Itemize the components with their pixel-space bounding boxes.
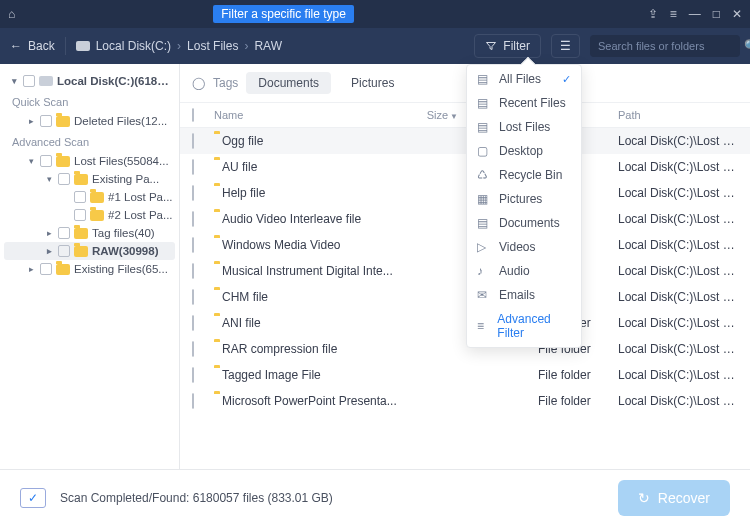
file-row[interactable]: Audio Video Interleave fileolderLocal Di… bbox=[180, 206, 750, 232]
filter-option[interactable]: ♪Audio bbox=[467, 259, 581, 283]
close-icon[interactable]: ✕ bbox=[732, 7, 742, 21]
expander-icon[interactable]: ▾ bbox=[26, 156, 36, 166]
file-row[interactable]: CHM fileolderLocal Disk(C:)\Lost F... bbox=[180, 284, 750, 310]
filter-option[interactable]: ✉Emails bbox=[467, 283, 581, 307]
file-row[interactable]: Windows Media VideoolderLocal Disk(C:)\L… bbox=[180, 232, 750, 258]
recover-button[interactable]: ↻ Recover bbox=[618, 480, 730, 516]
breadcrumb[interactable]: Local Disk(C:) › Lost Files › RAW bbox=[76, 39, 465, 53]
filter-option[interactable]: ▷Videos bbox=[467, 235, 581, 259]
option-icon: ▤ bbox=[477, 120, 491, 134]
recover-icon: ↻ bbox=[638, 490, 650, 506]
filter-option[interactable]: ▦Pictures bbox=[467, 187, 581, 211]
checkbox[interactable] bbox=[192, 367, 194, 383]
filter-icon bbox=[485, 40, 497, 52]
breadcrumb-item[interactable]: Lost Files bbox=[187, 39, 238, 53]
folder-icon bbox=[74, 246, 88, 257]
checkbox[interactable] bbox=[58, 245, 70, 257]
checkbox[interactable] bbox=[58, 173, 70, 185]
chevron-right-icon: › bbox=[244, 39, 248, 53]
filter-option[interactable]: ▤Lost Files bbox=[467, 115, 581, 139]
expander-icon[interactable]: ▾ bbox=[44, 174, 54, 184]
menu-icon[interactable]: ≡ bbox=[670, 7, 677, 21]
checkbox[interactable] bbox=[58, 227, 70, 239]
minimize-icon[interactable]: — bbox=[689, 7, 701, 21]
option-icon: ▢ bbox=[477, 144, 491, 158]
checkbox[interactable] bbox=[40, 155, 52, 167]
home-icon[interactable]: ⌂ bbox=[8, 7, 15, 21]
tab-documents[interactable]: Documents bbox=[246, 72, 331, 94]
checkbox[interactable] bbox=[192, 185, 194, 201]
expander-icon[interactable]: ▸ bbox=[26, 116, 36, 126]
file-row[interactable]: Musical Instrument Digital Inte...olderL… bbox=[180, 258, 750, 284]
checkbox[interactable] bbox=[23, 75, 35, 87]
col-path[interactable]: Path bbox=[618, 109, 738, 121]
checkbox-all[interactable] bbox=[192, 108, 194, 122]
checkbox[interactable] bbox=[74, 209, 86, 221]
tree-item[interactable]: ▸RAW(30998) bbox=[4, 242, 175, 260]
titlebar: ⌂ Filter a specific file type ⇪ ≡ — □ ✕ bbox=[0, 0, 750, 28]
checkbox[interactable] bbox=[40, 263, 52, 275]
tree-item[interactable]: #2 Lost Pa... bbox=[4, 206, 175, 224]
expander-icon[interactable]: ▸ bbox=[44, 246, 54, 256]
section-advanced-scan: Advanced Scan bbox=[4, 130, 175, 152]
filter-option[interactable]: ▤All Files✓ bbox=[467, 67, 581, 91]
share-icon[interactable]: ⇪ bbox=[648, 7, 658, 21]
checkbox[interactable] bbox=[192, 393, 194, 409]
checkbox[interactable] bbox=[74, 191, 86, 203]
tree-label: Deleted Files(12... bbox=[74, 115, 167, 127]
breadcrumb-item[interactable]: Local Disk(C:) bbox=[96, 39, 171, 53]
filter-option[interactable]: ▤Documents bbox=[467, 211, 581, 235]
maximize-icon[interactable]: □ bbox=[713, 7, 720, 21]
option-icon: ♪ bbox=[477, 264, 491, 278]
checkbox[interactable] bbox=[192, 237, 194, 253]
file-name: AU file bbox=[214, 160, 408, 174]
separator bbox=[65, 37, 66, 55]
col-size[interactable]: Size bbox=[427, 109, 448, 121]
tree-item[interactable]: ▾Lost Files(55084... bbox=[4, 152, 175, 170]
tree-root[interactable]: ▾ Local Disk(C:)(6180057) bbox=[4, 72, 175, 90]
file-row[interactable]: Microsoft PowerPoint Presenta...File fol… bbox=[180, 388, 750, 414]
checkbox[interactable] bbox=[192, 315, 194, 331]
tab-pictures[interactable]: Pictures bbox=[339, 72, 406, 94]
back-button[interactable]: ← Back bbox=[10, 39, 55, 53]
filter-option[interactable]: ≡Advanced Filter bbox=[467, 307, 581, 345]
filter-button[interactable]: Filter bbox=[474, 34, 541, 58]
filter-option[interactable]: ♺Recycle Bin bbox=[467, 163, 581, 187]
tree-item[interactable]: ▸Deleted Files(12... bbox=[4, 112, 175, 130]
search-box[interactable]: 🔍 bbox=[590, 35, 740, 57]
tree-item[interactable]: ▾Existing Pa... bbox=[4, 170, 175, 188]
file-row[interactable]: RAR compression fileFile folderLocal Dis… bbox=[180, 336, 750, 362]
checkbox[interactable] bbox=[40, 115, 52, 127]
file-row[interactable]: Ogg fileolderLocal Disk(C:)\Lost F... bbox=[180, 128, 750, 154]
checkbox[interactable] bbox=[192, 263, 194, 279]
tree-item[interactable]: ▸Tag files(40) bbox=[4, 224, 175, 242]
file-name: Windows Media Video bbox=[214, 238, 408, 252]
checkbox[interactable] bbox=[192, 159, 194, 175]
expander-icon[interactable]: ▸ bbox=[44, 228, 54, 238]
file-path: Local Disk(C:)\Lost F... bbox=[618, 160, 738, 174]
tree-item[interactable]: ▸Existing Files(65... bbox=[4, 260, 175, 278]
tree-label: Local Disk(C:)(6180057) bbox=[57, 75, 173, 87]
breadcrumb-item[interactable]: RAW bbox=[254, 39, 282, 53]
checkbox[interactable] bbox=[192, 211, 194, 227]
checkbox[interactable] bbox=[192, 133, 194, 149]
file-row[interactable]: AU fileolderLocal Disk(C:)\Lost F... bbox=[180, 154, 750, 180]
file-row[interactable]: ANI fileFile folderLocal Disk(C:)\Lost F… bbox=[180, 310, 750, 336]
file-row[interactable]: Tagged Image FileFile folderLocal Disk(C… bbox=[180, 362, 750, 388]
checkbox[interactable] bbox=[192, 289, 194, 305]
tag-icon: ◯ bbox=[192, 76, 205, 90]
chevron-right-icon: › bbox=[177, 39, 181, 53]
collapse-icon[interactable]: ▾ bbox=[10, 76, 19, 86]
filter-label: Filter bbox=[503, 39, 530, 53]
filter-option[interactable]: ▤Recent Files bbox=[467, 91, 581, 115]
view-toggle[interactable]: ☰ bbox=[551, 34, 580, 58]
search-input[interactable] bbox=[598, 40, 736, 52]
search-icon[interactable]: 🔍 bbox=[744, 39, 750, 53]
file-path: Local Disk(C:)\Lost F... bbox=[618, 186, 738, 200]
file-row[interactable]: Help fileolderLocal Disk(C:)\Lost F... bbox=[180, 180, 750, 206]
col-name[interactable]: Name bbox=[214, 109, 408, 121]
tree-item[interactable]: #1 Lost Pa... bbox=[4, 188, 175, 206]
filter-option[interactable]: ▢Desktop bbox=[467, 139, 581, 163]
checkbox[interactable] bbox=[192, 341, 194, 357]
expander-icon[interactable]: ▸ bbox=[26, 264, 36, 274]
